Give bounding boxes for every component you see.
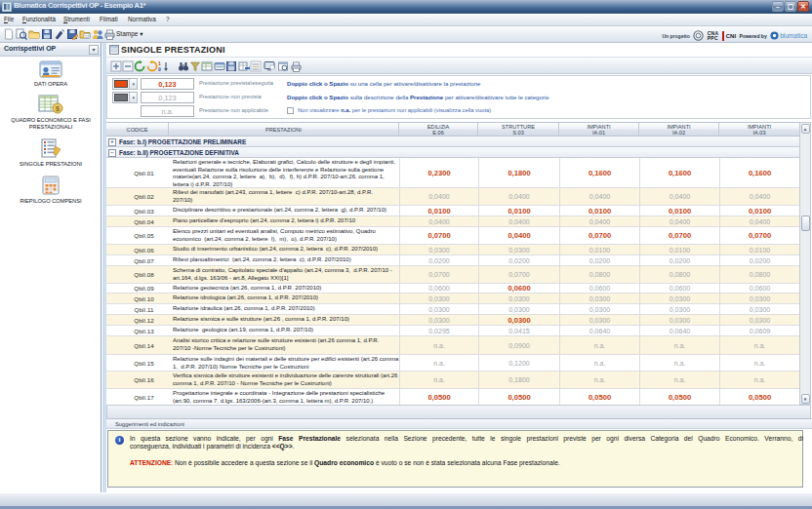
svg-text:$: $ — [56, 105, 60, 113]
svg-text:12: 12 — [85, 34, 90, 39]
svg-text:9: 9 — [158, 66, 161, 72]
